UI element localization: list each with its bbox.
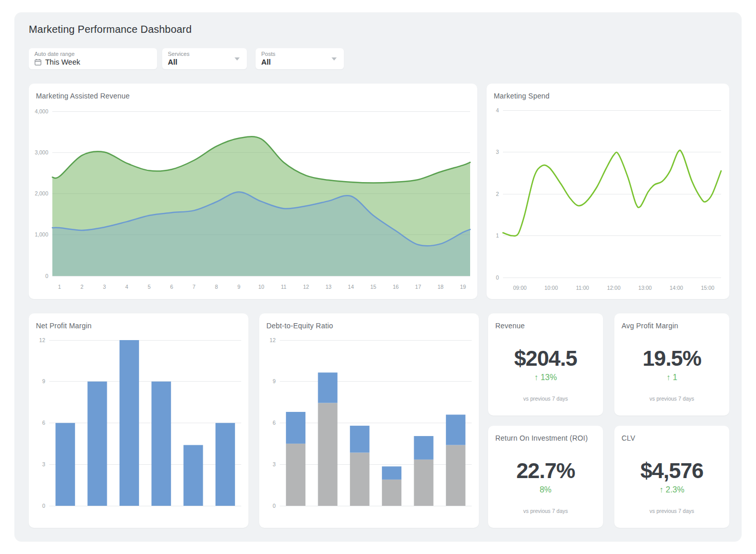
svg-text:12: 12	[39, 337, 45, 343]
svg-text:12:00: 12:00	[607, 285, 621, 291]
svg-text:9: 9	[237, 284, 240, 290]
svg-text:0: 0	[45, 273, 48, 279]
svg-text:13:00: 13:00	[638, 285, 652, 291]
kpi-title: Avg Profit Margin	[622, 322, 679, 330]
svg-text:3: 3	[103, 284, 106, 290]
svg-text:0: 0	[273, 503, 276, 509]
kpi-delta: ↑ 2.3%	[614, 485, 729, 494]
kpi-delta: ↑ 1	[614, 373, 729, 382]
kpi-title: CLV	[622, 434, 635, 442]
svg-text:2: 2	[496, 191, 499, 197]
dashboard-container: Marketing Performance Dashboard Auto dat…	[14, 12, 742, 542]
svg-text:18: 18	[437, 284, 443, 290]
svg-text:6: 6	[170, 284, 173, 290]
svg-text:0: 0	[42, 503, 45, 509]
svg-text:2,000: 2,000	[35, 190, 48, 196]
chart-title-debt-to-equity-ratio: Debt-to-Equity Ratio	[266, 322, 333, 330]
filter-posts[interactable]: Posts All	[256, 48, 344, 69]
svg-text:17: 17	[415, 284, 421, 290]
svg-text:9: 9	[273, 378, 276, 384]
svg-text:10: 10	[258, 284, 264, 290]
svg-text:11: 11	[281, 284, 286, 290]
svg-text:1: 1	[496, 232, 499, 239]
kpi-delta: 8%	[488, 485, 603, 494]
kpi-title: Revenue	[495, 322, 525, 330]
svg-text:3: 3	[42, 461, 45, 467]
svg-text:19: 19	[460, 284, 466, 290]
svg-text:0: 0	[496, 274, 499, 281]
svg-text:14: 14	[348, 284, 354, 290]
svg-text:3: 3	[496, 149, 499, 155]
svg-text:16: 16	[393, 284, 399, 290]
svg-text:4: 4	[125, 284, 128, 290]
page-title: Marketing Performance Dashboard	[29, 24, 191, 35]
svg-text:12: 12	[303, 284, 309, 290]
kpi-note: vs previous 7 days	[614, 395, 729, 402]
svg-text:15:00: 15:00	[701, 285, 714, 291]
calendar-icon	[34, 58, 42, 66]
kpi-card-avg-profit-margin: Avg Profit Margin 19.5% ↑ 1 vs previous …	[614, 313, 729, 416]
filter-posts-label: Posts	[261, 51, 338, 57]
card-marketing-assisted-revenue: Marketing Assisted Revenue 01,0002,0003,…	[29, 84, 477, 299]
chart-title-marketing-spend: Marketing Spend	[494, 92, 550, 100]
kpi-card-clv: CLV $4,576 ↑ 2.3% vs previous 7 days	[614, 426, 729, 528]
marketing-assisted-revenue-chart-canvas[interactable]: 01,0002,0003,0004,0001234567891011121314…	[29, 84, 477, 299]
svg-text:3: 3	[273, 461, 276, 467]
svg-text:4: 4	[496, 107, 499, 113]
filter-services-label: Services	[168, 51, 241, 57]
svg-text:5: 5	[148, 284, 151, 290]
svg-text:6: 6	[42, 420, 45, 426]
svg-text:8: 8	[215, 284, 218, 290]
kpi-value: $4,576	[614, 460, 729, 482]
svg-text:9: 9	[42, 378, 45, 384]
svg-text:15: 15	[370, 284, 376, 290]
marketing-spend-chart-canvas[interactable]: 0123409:0010:0011:0012:0013:0014:0015:00	[487, 84, 729, 299]
svg-text:09:00: 09:00	[513, 285, 527, 291]
chart-title-marketing-assisted-revenue: Marketing Assisted Revenue	[36, 92, 130, 100]
card-net-profit-margin: Net Profit Margin 036912	[29, 313, 248, 528]
kpi-title: Return On Investment (ROI)	[495, 434, 588, 442]
chevron-down-icon	[332, 57, 337, 61]
svg-text:14:00: 14:00	[670, 285, 683, 291]
kpi-note: vs previous 7 days	[488, 395, 603, 402]
filter-services[interactable]: Services All	[162, 48, 247, 69]
svg-text:6: 6	[273, 420, 276, 426]
kpi-value: 22.7%	[488, 460, 603, 482]
kpi-note: vs previous 7 days	[488, 508, 603, 514]
kpi-delta: ↑ 13%	[488, 373, 603, 382]
kpi-value: 19.5%	[614, 347, 729, 370]
filter-date-range-label: Auto date range	[34, 51, 151, 57]
svg-text:11:00: 11:00	[576, 285, 589, 291]
card-marketing-spend: Marketing Spend 0123409:0010:0011:0012:0…	[487, 84, 729, 299]
svg-text:2: 2	[81, 284, 84, 290]
filter-date-range-value: This Week	[45, 58, 80, 66]
svg-text:13: 13	[325, 284, 332, 290]
svg-text:1: 1	[58, 284, 61, 290]
chevron-down-icon	[235, 57, 240, 61]
svg-text:7: 7	[192, 284, 196, 290]
svg-text:1,000: 1,000	[35, 231, 48, 238]
svg-text:3,000: 3,000	[35, 149, 48, 155]
kpi-value: $204.5	[488, 347, 603, 370]
filter-posts-value: All	[261, 58, 271, 66]
debt-to-equity-ratio-chart-canvas[interactable]: 036912	[259, 313, 479, 528]
net-profit-margin-chart-canvas[interactable]: 036912	[29, 313, 248, 528]
card-debt-to-equity-ratio: Debt-to-Equity Ratio 036912	[259, 313, 479, 528]
kpi-card-roi: Return On Investment (ROI) 22.7% 8% vs p…	[488, 426, 603, 528]
svg-text:12: 12	[269, 337, 276, 343]
kpi-note: vs previous 7 days	[614, 508, 729, 514]
svg-text:4,000: 4,000	[35, 108, 48, 114]
filter-services-value: All	[168, 58, 178, 66]
kpi-card-revenue: Revenue $204.5 ↑ 13% vs previous 7 days	[488, 313, 603, 416]
svg-text:10:00: 10:00	[545, 285, 558, 291]
filter-date-range[interactable]: Auto date range This Week	[29, 48, 157, 69]
chart-title-net-profit-margin: Net Profit Margin	[36, 322, 91, 330]
